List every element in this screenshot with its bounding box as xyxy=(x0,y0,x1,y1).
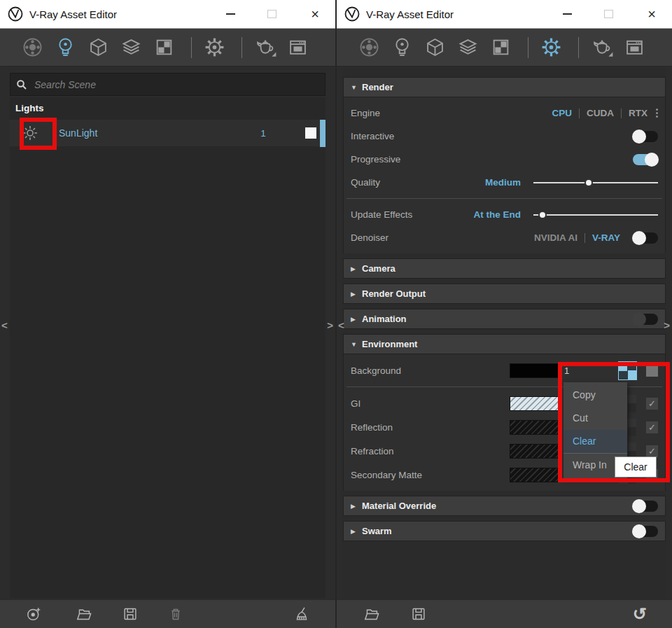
settings-icon[interactable] xyxy=(200,34,228,62)
section-expanded-icon: ▼ xyxy=(351,84,362,91)
light-list-item[interactable]: SunLight 1 xyxy=(10,120,326,146)
engine-option-cuda[interactable]: CUDA xyxy=(587,108,614,118)
section-header-camera[interactable]: ▶ Camera xyxy=(343,258,666,279)
save-icon[interactable] xyxy=(120,603,141,624)
add-asset-icon[interactable] xyxy=(24,603,45,624)
menu-item-cut[interactable]: Cut xyxy=(564,407,627,430)
geometry-icon[interactable] xyxy=(84,34,112,62)
section-header-animation[interactable]: ▶ Animation xyxy=(343,309,666,329)
titlebar[interactable]: V-Ray Asset Editor × xyxy=(0,0,335,29)
background-multiplier[interactable]: 1 xyxy=(559,365,619,376)
denoiser-option-nvidia[interactable]: NVIDIA AI xyxy=(534,232,578,243)
engine-option-cpu[interactable]: CPU xyxy=(552,108,572,118)
bottom-toolbar: ↺ xyxy=(337,599,672,628)
section-header-material-override[interactable]: ▶ Material Override xyxy=(343,496,666,516)
titlebar[interactable]: V-Ray Asset Editor × xyxy=(337,0,672,29)
maximize-button[interactable] xyxy=(598,4,619,25)
render-section-body: Engine CPU CUDA RTX Interactive Prog xyxy=(343,97,666,253)
panel-expand-right-icon[interactable]: > xyxy=(327,319,333,331)
panel-expand-right-icon[interactable]: > xyxy=(664,319,670,331)
swarm-toggle[interactable] xyxy=(633,526,658,537)
background-texture-slot[interactable] xyxy=(619,362,636,379)
menu-item-clear[interactable]: Clear xyxy=(564,430,627,453)
desktop: V-Ray Asset Editor × xyxy=(0,0,672,628)
revert-icon[interactable]: ↺ xyxy=(629,603,650,624)
toggle-knob xyxy=(632,231,646,245)
light-enabled-checkbox[interactable] xyxy=(305,127,316,139)
panel-expand-left-icon[interactable]: < xyxy=(1,319,8,331)
open-folder-icon[interactable] xyxy=(361,603,382,624)
secondary-matte-color-swatch[interactable] xyxy=(510,468,559,482)
update-effects-slider[interactable] xyxy=(533,210,658,220)
menu-item-copy[interactable]: Copy xyxy=(564,384,627,407)
reflection-color-swatch[interactable] xyxy=(510,420,559,435)
close-button[interactable]: × xyxy=(641,4,662,25)
section-header-environment[interactable]: ▼ Environment xyxy=(343,334,666,354)
frame-buffer-icon[interactable] xyxy=(620,34,648,62)
update-effects-value: At the End xyxy=(474,209,522,220)
minimize-button[interactable] xyxy=(220,4,241,25)
close-icon: × xyxy=(648,7,656,21)
material-override-toggle[interactable] xyxy=(633,501,658,512)
purge-icon[interactable] xyxy=(291,603,312,624)
gi-override-checkbox[interactable]: ✓ xyxy=(646,398,658,410)
maximize-button[interactable] xyxy=(261,4,282,25)
background-override-checkbox[interactable] xyxy=(646,365,658,377)
refraction-color-swatch[interactable] xyxy=(510,444,559,459)
divider xyxy=(346,198,662,199)
search-bar[interactable] xyxy=(10,73,326,96)
scrollbar-thumb[interactable] xyxy=(320,120,326,147)
more-options-icon[interactable] xyxy=(656,112,658,114)
save-icon[interactable] xyxy=(408,603,429,624)
section-header-swarm[interactable]: ▶ Swarm xyxy=(343,521,666,541)
minimize-icon xyxy=(226,13,235,15)
settings-icon[interactable] xyxy=(537,34,565,62)
asset-toolbar xyxy=(337,29,672,67)
frame-buffer-icon[interactable] xyxy=(284,34,312,62)
close-button[interactable]: × xyxy=(304,4,326,25)
sun-light-icon xyxy=(21,124,39,142)
textures-icon[interactable] xyxy=(117,34,145,62)
section-collapsed-icon: ▶ xyxy=(351,528,362,535)
materials-icon[interactable] xyxy=(355,34,383,62)
minimize-button[interactable] xyxy=(556,4,578,25)
reflection-override-checkbox[interactable]: ✓ xyxy=(646,421,658,433)
section-collapsed-icon: ▶ xyxy=(351,291,362,298)
window-title: V-Ray Asset Editor xyxy=(29,8,117,20)
lights-icon[interactable] xyxy=(388,34,416,62)
open-folder-icon[interactable] xyxy=(74,603,94,624)
render-teapot-icon[interactable] xyxy=(251,34,279,62)
panel-expand-left-icon[interactable]: < xyxy=(338,319,344,331)
bottom-toolbar xyxy=(0,599,335,628)
search-input[interactable] xyxy=(33,78,319,91)
render-teapot-icon[interactable] xyxy=(587,34,615,62)
interactive-toggle[interactable] xyxy=(633,131,658,142)
materials-icon[interactable] xyxy=(18,34,46,62)
render-elements-icon[interactable] xyxy=(486,34,514,62)
progressive-toggle[interactable] xyxy=(633,154,658,165)
section-collapsed-icon: ▶ xyxy=(351,503,362,510)
geometry-icon[interactable] xyxy=(421,34,449,62)
refraction-override-checkbox[interactable]: ✓ xyxy=(646,445,658,457)
slider-knob[interactable] xyxy=(584,179,593,187)
denoiser-option-vray[interactable]: V-RAY xyxy=(592,232,620,243)
quality-slider[interactable] xyxy=(533,178,658,188)
section-header-render[interactable]: ▼ Render xyxy=(343,77,666,97)
background-color-swatch[interactable] xyxy=(510,363,559,378)
engine-option-rtx[interactable]: RTX xyxy=(629,108,648,118)
light-name: SunLight xyxy=(59,127,97,139)
render-elements-icon[interactable] xyxy=(150,34,178,62)
delete-icon[interactable] xyxy=(165,603,186,624)
env-row-background: Background 1 xyxy=(344,358,665,382)
animation-toggle[interactable] xyxy=(633,314,658,325)
toolbar-divider xyxy=(578,37,579,58)
lights-icon[interactable] xyxy=(51,34,79,62)
vray-logo-icon xyxy=(7,6,24,22)
textures-icon[interactable] xyxy=(454,34,482,62)
divider xyxy=(621,109,622,118)
slider-knob[interactable] xyxy=(538,211,547,219)
section-collapsed-icon: ▶ xyxy=(351,265,362,272)
denoiser-toggle[interactable] xyxy=(633,232,658,244)
gi-color-swatch[interactable] xyxy=(510,396,559,411)
section-header-render-output[interactable]: ▶ Render Output xyxy=(343,284,666,304)
